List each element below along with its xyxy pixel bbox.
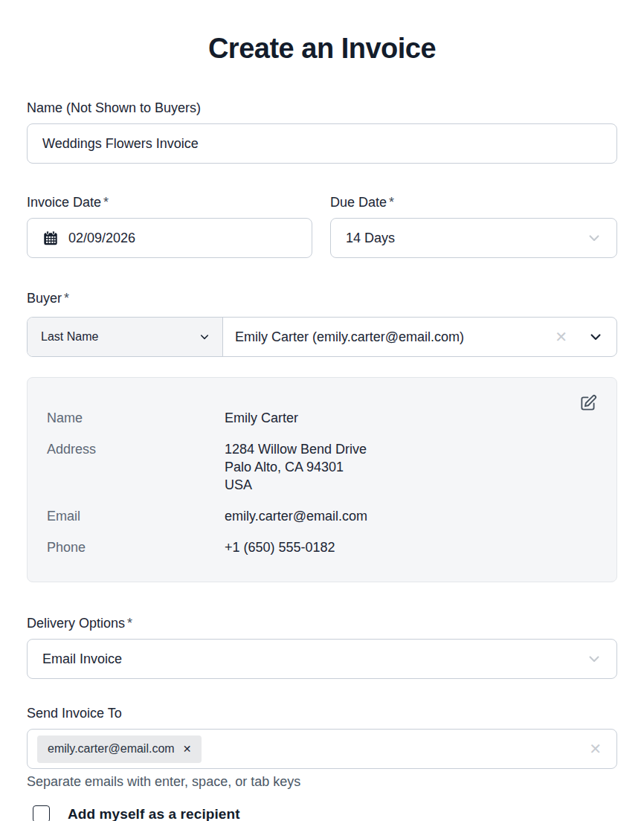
buyer-email-value: emily.carter@email.com bbox=[225, 507, 367, 525]
buyer-phone-value: +1 (650) 555-0182 bbox=[225, 538, 335, 556]
buyer-select[interactable]: Emily Carter (emily.carter@email.com) ✕ bbox=[223, 318, 616, 356]
due-date-label: Due Date* bbox=[330, 193, 617, 211]
tag-remove-x-icon[interactable]: ✕ bbox=[183, 743, 192, 755]
email-tag: emily.carter@email.com ✕ bbox=[37, 735, 202, 763]
buyer-email-row: Email emily.carter@email.com bbox=[47, 507, 597, 525]
invoice-date-value: 02/09/2026 bbox=[68, 231, 135, 246]
chevron-down-icon bbox=[587, 651, 602, 666]
dates-row: Invoice Date* 02/09/2026 bbox=[27, 193, 617, 258]
buyer-address-value: 1284 Willow Bend Drive Palo Alto, CA 943… bbox=[225, 440, 367, 494]
buyer-details-card: Name Emily Carter Address 1284 Willow Be… bbox=[27, 377, 617, 582]
invoice-name-value: Weddings Flowers Invoice bbox=[42, 136, 199, 152]
edit-buyer-button[interactable] bbox=[578, 394, 599, 415]
invoice-name-field-group: Name (Not Shown to Buyers) Weddings Flow… bbox=[27, 99, 617, 164]
send-invoice-to-input[interactable]: emily.carter@email.com ✕ ✕ bbox=[27, 729, 617, 769]
invoice-name-input[interactable]: Weddings Flowers Invoice bbox=[27, 123, 617, 164]
buyer-email-label: Email bbox=[47, 507, 225, 525]
send-invoice-to-label: Send Invoice To bbox=[27, 704, 617, 722]
chevron-down-icon bbox=[587, 231, 602, 245]
chevron-down-icon bbox=[199, 331, 210, 343]
create-invoice-form: Create an Invoice Name (Not Shown to Buy… bbox=[0, 0, 644, 821]
delivery-options-select[interactable]: Email Invoice bbox=[27, 639, 617, 679]
invoice-date-field-group: Invoice Date* 02/09/2026 bbox=[27, 193, 312, 258]
calendar-icon bbox=[42, 230, 59, 246]
invoice-date-input[interactable]: 02/09/2026 bbox=[27, 218, 312, 258]
address-line: 1284 Willow Bend Drive bbox=[225, 440, 367, 458]
buyer-phone-row: Phone +1 (650) 555-0182 bbox=[47, 538, 597, 556]
clear-x-icon[interactable]: ✕ bbox=[555, 329, 567, 344]
delivery-options-value: Email Invoice bbox=[42, 651, 122, 667]
due-date-value: 14 Days bbox=[346, 231, 395, 246]
required-asterisk: * bbox=[64, 291, 69, 306]
chevron-down-icon[interactable] bbox=[588, 329, 603, 344]
add-myself-label: Add myself as a recipient bbox=[68, 806, 240, 821]
required-asterisk: * bbox=[389, 195, 394, 210]
buyer-address-row: Address 1284 Willow Bend Drive Palo Alto… bbox=[47, 440, 597, 494]
email-tag-value: emily.carter@email.com bbox=[48, 742, 175, 756]
due-date-field-group: Due Date* 14 Days bbox=[330, 193, 617, 258]
buyer-name-label: Name bbox=[47, 409, 225, 427]
invoice-date-label: Invoice Date* bbox=[27, 193, 312, 211]
address-line: Palo Alto, CA 94301 bbox=[225, 458, 367, 476]
buyer-name-row: Name Emily Carter bbox=[47, 409, 597, 427]
send-invoice-to-field-group: Send Invoice To emily.carter@email.com ✕… bbox=[27, 704, 617, 790]
required-asterisk: * bbox=[127, 616, 132, 631]
due-date-select[interactable]: 14 Days bbox=[330, 218, 617, 258]
required-asterisk: * bbox=[103, 195, 109, 210]
buyer-search-by-select[interactable]: Last Name bbox=[28, 318, 223, 356]
buyer-address-label: Address bbox=[47, 440, 225, 494]
address-line: USA bbox=[225, 476, 367, 494]
add-myself-checkbox[interactable] bbox=[33, 805, 50, 821]
edit-pencil-square-icon bbox=[579, 393, 598, 416]
clear-x-icon[interactable]: ✕ bbox=[589, 741, 602, 756]
invoice-name-label: Name (Not Shown to Buyers) bbox=[27, 99, 617, 117]
buyer-combo: Last Name Emily Carter (emily.carter@ema… bbox=[27, 317, 617, 357]
buyer-search-by-value: Last Name bbox=[41, 330, 98, 344]
buyer-name-value: Emily Carter bbox=[225, 409, 298, 427]
buyer-phone-label: Phone bbox=[47, 538, 225, 556]
delivery-options-field-group: Delivery Options* Email Invoice bbox=[27, 614, 617, 679]
buyer-label: Buyer* bbox=[27, 289, 617, 307]
delivery-options-label: Delivery Options* bbox=[27, 614, 617, 632]
send-invoice-to-helper: Separate emails with enter, space, or ta… bbox=[27, 774, 617, 790]
buyer-selected-value: Emily Carter (emily.carter@email.com) bbox=[235, 329, 464, 345]
page-title: Create an Invoice bbox=[27, 33, 617, 65]
buyer-field-group: Buyer* Last Name Emily Carter (emily.car… bbox=[27, 289, 617, 357]
add-myself-row: Add myself as a recipient bbox=[27, 805, 617, 821]
